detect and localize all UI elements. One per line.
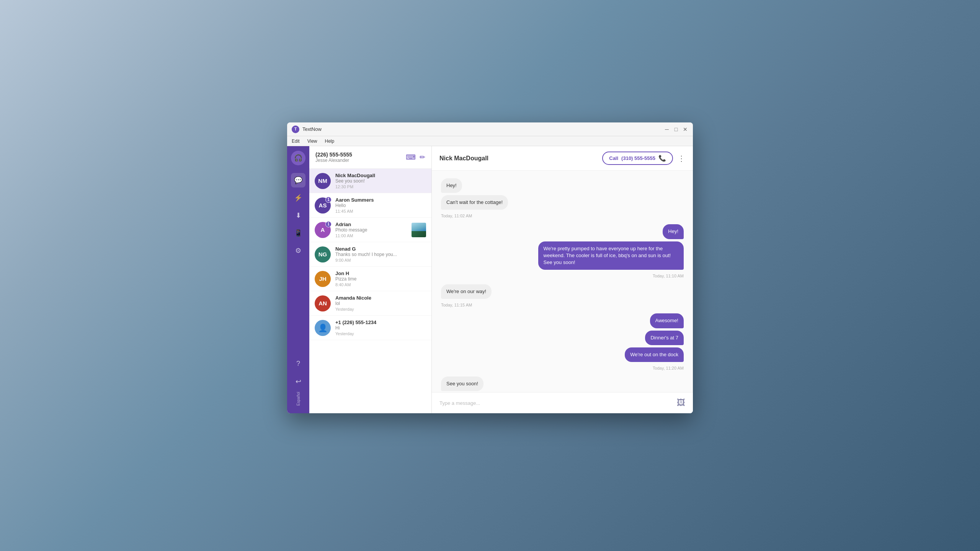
contact-preview: Photo message — [335, 227, 408, 233]
menu-view[interactable]: View — [307, 139, 317, 144]
contact-info: Adrian Photo message 11:00 AM — [335, 222, 408, 238]
chat-header-actions: Call (310) 555-5555 📞 ⋮ — [602, 152, 685, 165]
nav-help-button[interactable]: ? — [291, 357, 305, 371]
contact-time: 8:40 AM — [335, 282, 426, 287]
contact-item[interactable]: AS 1 Aaron Summers Hello 11:45 AM — [309, 193, 431, 218]
contact-info: Nick MacDougall See you soon! 12:30 PM — [335, 173, 426, 189]
thumbnail-image — [412, 223, 426, 237]
messages-icon: 💬 — [294, 176, 302, 184]
call-number: (310) 555-5555 — [621, 155, 655, 161]
contact-info: Amanda Nicole lol Yesterday — [335, 295, 426, 311]
message-timestamp: Today, 11:20 AM — [441, 366, 684, 370]
avatar: A 1 — [315, 222, 331, 238]
contact-preview: lol — [335, 301, 426, 306]
contact-time: 11:45 AM — [335, 209, 426, 214]
unread-badge: 1 — [325, 221, 332, 227]
phone-icon: 📱 — [294, 229, 302, 237]
message-bubble: Hey! — [441, 178, 462, 193]
contacts-panel: (226) 555-5555 Jesse Alexander ⌨ ✏ NM Ni… — [309, 146, 432, 413]
contact-name: +1 (226) 555-1234 — [335, 320, 426, 325]
message-timestamp: Today, 11:02 AM — [441, 214, 684, 218]
unread-badge: 1 — [325, 197, 332, 203]
speed-icon: ⚡ — [294, 194, 302, 202]
close-button[interactable]: ✕ — [682, 126, 688, 132]
message-bubble: We're on our way! — [441, 284, 492, 299]
message-row: See you soon! — [441, 377, 684, 391]
contact-time: 9:00 AM — [335, 258, 426, 262]
user-name: Jesse Alexander — [315, 158, 352, 163]
contact-preview: Pizza time — [335, 276, 426, 282]
contact-info: Jon H Pizza time 8:40 AM — [335, 271, 426, 287]
message-row: Hey! — [441, 178, 684, 193]
message-row: Can't wait for the cottage! — [441, 195, 684, 210]
user-avatar[interactable]: 🎧 — [291, 151, 305, 165]
dialpad-icon[interactable]: ⌨ — [406, 153, 416, 161]
contact-item[interactable]: NM Nick MacDougall See you soon! 12:30 P… — [309, 169, 431, 193]
message-bubble: Awesome! — [650, 313, 684, 328]
avatar: JH — [315, 271, 331, 287]
menubar: Edit View Help — [287, 136, 693, 146]
contact-item[interactable]: NG Nenad G Thanks so much! I hope you...… — [309, 242, 431, 267]
message-row: Hey! — [441, 224, 684, 239]
message-bubble: We're out on the dock — [625, 347, 684, 362]
menu-help[interactable]: Help — [325, 139, 334, 144]
contact-name: Amanda Nicole — [335, 295, 426, 301]
nav-messages-button[interactable]: 💬 — [291, 173, 305, 187]
nav-speed-button[interactable]: ⚡ — [291, 191, 305, 205]
message-input[interactable] — [439, 400, 672, 406]
contact-info: +1 (226) 555-1234 Hi Yesterday — [335, 320, 426, 336]
titlebar: T TextNow ─ □ ✕ — [287, 122, 693, 136]
contact-item[interactable]: A 1 Adrian Photo message 11:00 AM — [309, 218, 431, 242]
window-controls: ─ □ ✕ — [664, 126, 688, 132]
contact-name: Nick MacDougall — [335, 173, 426, 178]
photo-thumbnail — [412, 223, 426, 237]
contacts-header-actions: ⌨ ✏ — [406, 153, 425, 161]
help-icon: ? — [296, 360, 300, 368]
contact-preview: Thanks so much! I hope you... — [335, 252, 426, 257]
chat-panel: Nick MacDougall Call (310) 555-5555 📞 ⋮ … — [432, 146, 693, 413]
nav-download-button[interactable]: ⬇ — [291, 208, 305, 223]
nav-logout-button[interactable]: ↩ — [291, 374, 305, 389]
nav-sidebar: 🎧 💬 ⚡ ⬇ 📱 ⚙ ? ↩ Español — [287, 146, 309, 413]
contact-name: Aaron Summers — [335, 197, 426, 203]
message-bubble: Can't wait for the cottage! — [441, 195, 508, 210]
contact-preview: Hello — [335, 203, 426, 208]
media-attach-button[interactable]: 🖼 — [677, 398, 685, 408]
user-phone: (226) 555-5555 — [315, 152, 352, 158]
contact-preview: Hi — [335, 325, 426, 331]
contact-preview: See you soon! — [335, 178, 426, 184]
message-bubble: See you soon! — [441, 377, 483, 391]
message-bubble: Dinner's at 7 — [645, 331, 684, 345]
app-logo: T — [292, 126, 299, 133]
call-button[interactable]: Call (310) 555-5555 📞 — [602, 152, 673, 165]
app-window: T TextNow ─ □ ✕ Edit View Help 🎧 💬 ⚡ — [287, 122, 693, 413]
contact-time: 11:00 AM — [335, 233, 408, 238]
message-row: Awesome! — [441, 313, 684, 328]
message-row: We're pretty pumped to have everyone up … — [441, 241, 684, 270]
download-icon: ⬇ — [296, 211, 301, 220]
app-title: TextNow — [302, 126, 664, 132]
minimize-button[interactable]: ─ — [664, 126, 670, 132]
nav-settings-button[interactable]: ⚙ — [291, 243, 305, 258]
contacts-list: NM Nick MacDougall See you soon! 12:30 P… — [309, 169, 431, 413]
avatar-icon: 🎧 — [294, 154, 302, 162]
chat-contact-name: Nick MacDougall — [439, 155, 488, 162]
messages-area: Hey! Can't wait for the cottage! Today, … — [432, 171, 693, 392]
message-timestamp: Today, 11:15 AM — [441, 303, 684, 307]
nav-phone-button[interactable]: 📱 — [291, 226, 305, 240]
contact-info: Nenad G Thanks so much! I hope you... 9:… — [335, 246, 426, 262]
contact-name: Adrian — [335, 222, 408, 227]
contact-item[interactable]: JH Jon H Pizza time 8:40 AM — [309, 267, 431, 291]
more-options-button[interactable]: ⋮ — [678, 154, 685, 163]
avatar: 👤 — [315, 320, 331, 336]
compose-icon[interactable]: ✏ — [420, 153, 425, 161]
menu-edit[interactable]: Edit — [292, 139, 300, 144]
contact-item[interactable]: 👤 +1 (226) 555-1234 Hi Yesterday — [309, 316, 431, 340]
message-row: We're out on the dock — [441, 347, 684, 362]
message-bubble: We're pretty pumped to have everyone up … — [538, 241, 684, 270]
message-timestamp: Today, 11:10 AM — [441, 274, 684, 278]
avatar: NG — [315, 246, 331, 262]
contact-item[interactable]: AN Amanda Nicole lol Yesterday — [309, 291, 431, 316]
message-row: Dinner's at 7 — [441, 331, 684, 345]
maximize-button[interactable]: □ — [673, 126, 679, 132]
